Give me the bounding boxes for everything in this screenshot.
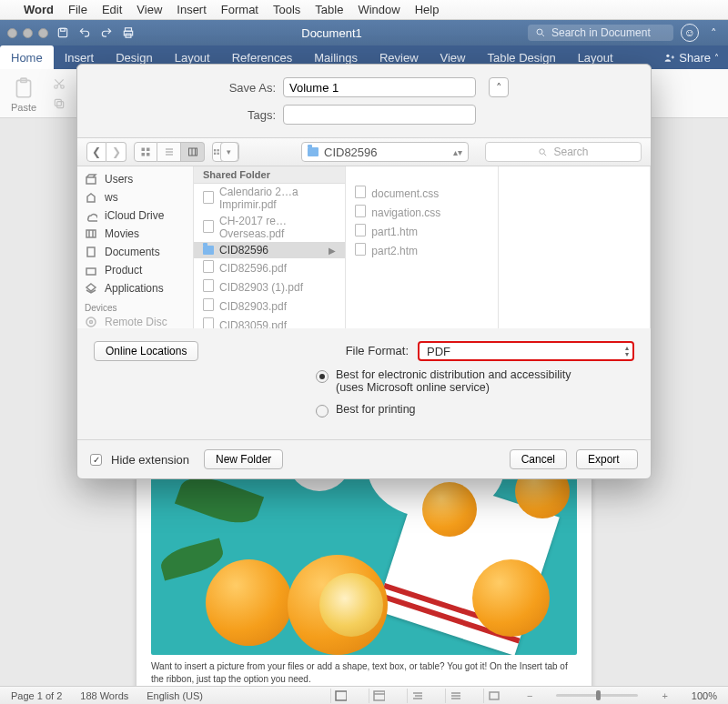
view-list-icon[interactable] (157, 142, 181, 162)
paste-button[interactable]: Paste (11, 75, 36, 113)
svg-rect-0 (58, 28, 66, 36)
export-button[interactable]: Export (576, 449, 638, 469)
menu-insert[interactable]: Insert (177, 3, 207, 16)
print-icon[interactable] (121, 25, 136, 40)
save-icon[interactable] (56, 25, 70, 40)
finder-sidebar: Users ws iCloud Drive Movies Documents P… (77, 166, 194, 328)
window-controls[interactable] (7, 28, 48, 38)
collapse-toggle[interactable]: ˄ (489, 77, 509, 97)
view-icons-icon[interactable] (134, 142, 157, 162)
menu-window[interactable]: Window (358, 3, 399, 16)
menu-file[interactable]: File (68, 3, 87, 16)
search-in-document[interactable]: Search in Document (528, 25, 673, 41)
file-row[interactable]: navigation.css (346, 203, 497, 222)
nav-back-forward[interactable]: ❮❯ (86, 142, 126, 162)
mac-menubar: Word File Edit View Insert Format Tools … (0, 0, 728, 20)
svg-point-5 (537, 29, 542, 35)
finder-search[interactable]: Search (485, 142, 642, 162)
sidebar-item-users[interactable]: Users (85, 170, 186, 188)
tab-home[interactable]: Home (0, 45, 54, 69)
chevron-updown-icon: ▴▾ (625, 345, 629, 357)
status-words[interactable]: 188 Words (80, 690, 128, 701)
view-outline-icon[interactable] (407, 689, 427, 703)
svg-rect-30 (374, 691, 385, 700)
undo-icon[interactable] (77, 25, 92, 40)
file-row[interactable]: Calendario 2…a Imprimir.pdf (194, 184, 345, 213)
file-row[interactable]: CID82596.pdf (194, 258, 345, 277)
tags-label: Tags: (94, 108, 276, 122)
hide-extension-label: Hide extension (111, 453, 189, 467)
svg-rect-14 (147, 148, 150, 152)
zoom-minus-icon[interactable]: − (527, 690, 532, 701)
file-row[interactable]: part1.htm (346, 222, 497, 241)
cut-icon[interactable] (53, 77, 66, 90)
zoom-percent[interactable]: 100% (692, 690, 717, 701)
sidebar-item-movies[interactable]: Movies (85, 225, 186, 243)
view-print-layout-icon[interactable] (330, 689, 350, 703)
menu-format[interactable]: Format (221, 3, 258, 16)
view-focus-icon[interactable] (483, 689, 503, 703)
svg-point-28 (90, 321, 93, 324)
menu-tools[interactable]: Tools (273, 3, 300, 16)
file-row[interactable]: CH-2017 re…Overseas.pdf (194, 213, 345, 242)
hide-extension-checkbox[interactable]: ✓ (90, 454, 102, 466)
sidebar-item-documents[interactable]: Documents (85, 243, 186, 261)
zoom-slider[interactable] (556, 694, 638, 697)
file-row[interactable]: CID82903.pdf (194, 297, 345, 316)
share-label: Share (679, 51, 711, 65)
svg-rect-19 (217, 149, 219, 151)
file-row[interactable]: CID82596▶ (194, 242, 345, 258)
svg-rect-15 (142, 153, 146, 156)
menu-help[interactable]: Help (415, 3, 440, 16)
svg-rect-29 (336, 691, 347, 700)
file-row[interactable]: part2.htm (346, 241, 497, 260)
radio-best-printing[interactable]: Best for printing (316, 403, 634, 417)
finder-column-1: Shared Folder Calendario 2…a Imprimir.pd… (194, 166, 346, 328)
menu-view[interactable]: View (136, 3, 162, 16)
arrange-icon[interactable]: ▾ (212, 142, 239, 162)
view-columns-icon[interactable] (181, 142, 205, 162)
share-button[interactable]: Share ˄ (654, 45, 728, 69)
cancel-button[interactable]: Cancel (510, 449, 567, 469)
back-icon[interactable]: ❮ (86, 142, 106, 162)
svg-rect-12 (55, 99, 61, 106)
file-row[interactable]: CID83059.pdf (194, 316, 345, 328)
forward-icon[interactable]: ❯ (106, 142, 126, 162)
finder-column-2: document.cssnavigation.csspart1.htmpart2… (346, 166, 498, 328)
file-format-select[interactable]: PDF ▴▾ (418, 341, 634, 361)
menubar-app[interactable]: Word (24, 3, 54, 16)
view-draft-icon[interactable] (445, 689, 465, 703)
online-locations-button[interactable]: Online Locations (94, 341, 198, 361)
status-language[interactable]: English (US) (147, 690, 203, 701)
sidebar-item-remote-disc[interactable]: Remote Disc (85, 313, 186, 328)
copy-icon[interactable] (53, 97, 66, 110)
menu-table[interactable]: Table (315, 3, 343, 16)
zoom-plus-icon[interactable]: + (662, 690, 667, 701)
word-titlebar: Document1 Search in Document ☺ ˄ (0, 20, 728, 45)
svg-rect-23 (86, 177, 96, 184)
file-row[interactable]: CID82903 (1).pdf (194, 277, 345, 297)
radio2-label: Best for printing (336, 403, 416, 416)
svg-rect-31 (490, 692, 499, 699)
menu-edit[interactable]: Edit (102, 3, 122, 16)
path-dropdown[interactable]: CID82596 ▴▾ (301, 142, 469, 162)
chevron-up-icon[interactable]: ˄ (706, 25, 721, 40)
sidebar-item-product[interactable]: Product (85, 261, 186, 279)
radio-best-electronic[interactable]: Best for electronic distribution and acc… (316, 368, 634, 394)
feedback-icon[interactable]: ☺ (681, 24, 699, 42)
file-row[interactable]: document.css (346, 184, 497, 203)
svg-rect-21 (217, 153, 219, 155)
save-as-label: Save As: (94, 81, 276, 95)
status-page[interactable]: Page 1 of 2 (11, 690, 62, 701)
svg-rect-11 (57, 101, 64, 107)
new-folder-button[interactable]: New Folder (204, 449, 283, 469)
redo-icon[interactable] (99, 25, 114, 40)
statusbar: Page 1 of 2 188 Words English (US) − + 1… (0, 686, 728, 704)
view-web-layout-icon[interactable] (369, 689, 389, 703)
sidebar-item-icloud[interactable]: iCloud Drive (85, 206, 186, 225)
svg-rect-24 (86, 230, 96, 237)
sidebar-item-ws[interactable]: ws (85, 188, 186, 206)
tags-input[interactable] (283, 105, 476, 125)
sidebar-item-applications[interactable]: Applications (85, 279, 186, 297)
save-as-input[interactable] (283, 77, 476, 97)
